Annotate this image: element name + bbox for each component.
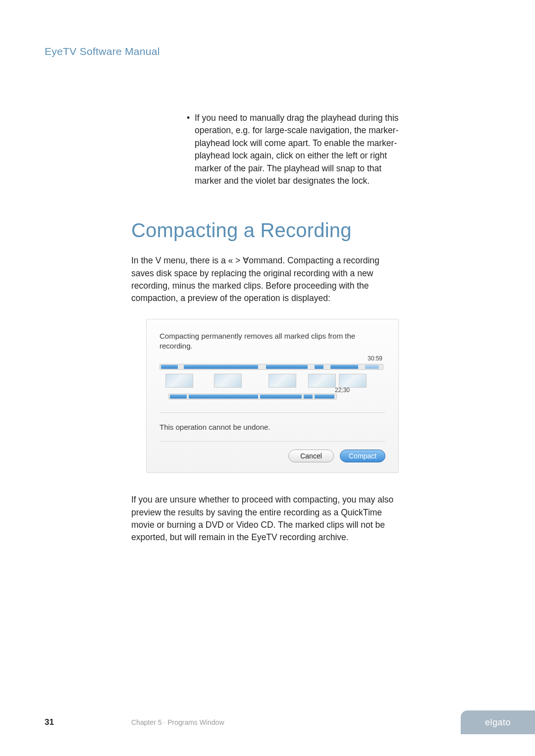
page-footer: 31 Chapter 5 · Programs Window elgato	[0, 713, 535, 733]
bullet-dot-icon: •	[187, 112, 195, 187]
thumbnail	[339, 374, 367, 388]
timeline-compacted-track	[168, 394, 337, 400]
compact-button[interactable]: Compact	[340, 450, 385, 462]
section-heading: Compacting a Recording	[131, 219, 401, 242]
timeline-original-track	[160, 364, 383, 370]
page-content: • If you need to manually drag the playh…	[131, 112, 401, 544]
intro-paragraph: In the V menu, there is a « > ∀ommand. C…	[131, 254, 401, 305]
thumbnail	[214, 374, 242, 388]
dialog-warning: This operation cannot be undone.	[160, 412, 385, 442]
timeline-thumbnails	[160, 374, 383, 388]
time-compacted-label: 22;30	[335, 387, 350, 394]
dialog-button-row: Cancel Compact	[160, 450, 385, 462]
compact-dialog: Compacting permanently removes all marke…	[146, 319, 399, 473]
thumbnail	[268, 374, 296, 388]
thumbnail	[308, 374, 336, 388]
closing-paragraph: If you are unsure whether to proceed wit…	[131, 494, 401, 544]
page-number: 31	[45, 717, 54, 727]
chapter-label: Chapter 5 · Programs Window	[131, 718, 224, 726]
bullet-text: If you need to manually drag the playhea…	[195, 112, 401, 187]
brand-tab: elgato	[461, 710, 535, 734]
thumbnail	[165, 374, 193, 388]
cancel-button[interactable]: Cancel	[288, 450, 334, 462]
timeline-preview: 30:59 22;30	[160, 362, 385, 401]
time-total-label: 30:59	[368, 355, 382, 362]
dialog-title: Compacting permanently removes all marke…	[160, 331, 385, 352]
bullet-paragraph: • If you need to manually drag the playh…	[131, 112, 401, 187]
manual-header-title: EyeTV Software Manual	[45, 46, 160, 57]
